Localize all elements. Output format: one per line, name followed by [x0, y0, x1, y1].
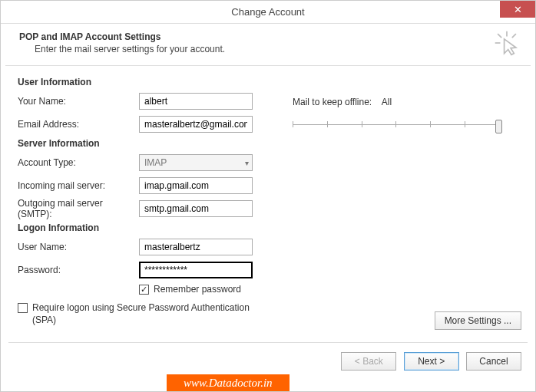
label-email: Email Address: [18, 119, 139, 130]
chevron-down-icon: ▾ [245, 159, 249, 167]
input-password[interactable] [139, 262, 253, 278]
header-panel: POP and IMAP Account Settings Enter the … [5, 24, 531, 66]
slider-ticks [293, 121, 500, 127]
row-incoming: Incoming mail server: [18, 176, 521, 195]
brand-bar: www.Datadoctor.in [167, 374, 290, 391]
label-account-type: Account Type: [18, 157, 139, 168]
back-button: < Back [341, 352, 396, 371]
input-your-name[interactable] [139, 93, 253, 110]
more-settings-wrap: More Settings ... [435, 311, 521, 330]
select-account-type-value: IMAP [144, 157, 167, 168]
header-subtitle: Enter the mail server settings for your … [35, 44, 517, 54]
input-username[interactable] [139, 239, 253, 255]
svg-line-2 [498, 34, 501, 38]
more-settings-button[interactable]: More Settings ... [435, 311, 521, 330]
right-panel: Mail to keep offline: All [293, 97, 500, 133]
select-account-type: IMAP ▾ [139, 154, 253, 171]
next-button[interactable]: Next > [404, 352, 459, 371]
label-mail-offline: Mail to keep offline: [293, 97, 372, 107]
window-title: Change Account [231, 6, 304, 18]
checkbox-spa[interactable] [18, 303, 28, 313]
input-outgoing[interactable] [139, 200, 253, 217]
form-body: User Information Your Name: Email Addres… [1, 66, 535, 342]
label-your-name: Your Name: [18, 96, 139, 107]
label-outgoing: Outgoing mail server (SMTP): [18, 198, 139, 219]
section-user-info: User Information [18, 77, 521, 87]
slider-mail-offline[interactable] [293, 118, 500, 133]
row-remember: ✓ Remember password [139, 284, 521, 295]
check-icon: ✓ [141, 285, 147, 294]
section-server-info: Server Information [18, 138, 521, 149]
cursor-click-icon [494, 30, 520, 56]
titlebar: Change Account ✕ [1, 1, 535, 24]
checkbox-remember[interactable]: ✓ [139, 285, 149, 295]
close-icon: ✕ [514, 4, 522, 15]
brand-text: www.Datadoctor.in [184, 377, 273, 389]
label-remember: Remember password [154, 284, 241, 295]
label-incoming: Incoming mail server: [18, 180, 139, 191]
label-spa: Require logon using Secure Password Auth… [32, 302, 263, 326]
label-password: Password: [18, 265, 139, 275]
value-mail-offline: All [382, 97, 392, 107]
row-password: Password: [18, 261, 521, 279]
cancel-button[interactable]: Cancel [466, 352, 521, 371]
label-username: User Name: [18, 242, 139, 252]
row-outgoing: Outgoing mail server (SMTP): [18, 199, 521, 218]
close-button[interactable]: ✕ [500, 1, 535, 18]
input-incoming[interactable] [139, 177, 253, 194]
row-account-type: Account Type: IMAP ▾ [18, 153, 521, 172]
header-title: POP and IMAP Account Settings [19, 31, 517, 42]
section-logon-info: Logon Information [18, 222, 521, 233]
svg-line-3 [512, 34, 516, 38]
svg-marker-4 [505, 39, 516, 54]
slider-thumb[interactable] [495, 120, 502, 133]
input-email[interactable] [139, 116, 253, 133]
row-username: User Name: [18, 238, 521, 256]
mail-offline-line: Mail to keep offline: All [293, 97, 500, 107]
